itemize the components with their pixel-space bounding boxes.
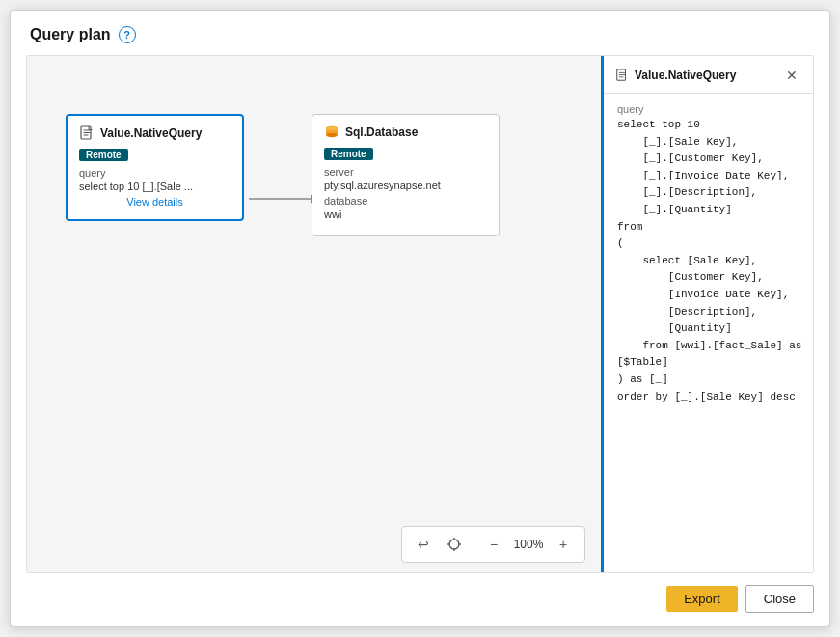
- svg-point-6: [326, 126, 338, 130]
- detail-doc-icon: [615, 69, 629, 82]
- dialog-body: Value.NativeQuery Remote query select to…: [26, 55, 814, 573]
- detail-panel-close-btn[interactable]: ✕: [782, 66, 801, 85]
- sql-database-server-label: server: [324, 166, 487, 178]
- query-plan-dialog: Query plan ? Value.NativeQuery Remote: [10, 10, 830, 627]
- svg-point-5: [326, 133, 338, 137]
- dialog-footer: Export Close: [11, 573, 829, 626]
- zoom-out-btn[interactable]: −: [480, 531, 507, 558]
- zoom-value: 100%: [511, 538, 546, 551]
- sql-database-db-value: wwi: [324, 208, 487, 220]
- document-icon: [79, 125, 95, 141]
- sql-database-db-label: database: [324, 195, 487, 207]
- fit-icon: [447, 537, 462, 552]
- undo-btn[interactable]: ↩: [410, 531, 437, 558]
- detail-panel-header: Value.NativeQuery ✕: [604, 56, 813, 94]
- native-query-prop-value: select top 10 [_].[Sale ...: [79, 180, 230, 192]
- help-icon[interactable]: ?: [119, 26, 136, 43]
- export-button[interactable]: Export: [666, 586, 738, 612]
- dialog-header: Query plan ?: [11, 11, 829, 55]
- database-icon: [324, 125, 339, 140]
- detail-panel-content: query select top 10 [_].[Sale Key], [_].…: [604, 94, 813, 572]
- sql-database-node-header: Sql.Database: [324, 125, 487, 140]
- sql-database-title: Sql.Database: [345, 125, 418, 139]
- svg-point-7: [449, 540, 459, 549]
- query-label: query: [617, 103, 799, 115]
- fit-btn[interactable]: [441, 531, 468, 558]
- toolbar-divider: [474, 535, 474, 554]
- canvas-toolbar: ↩ − 100% +: [401, 526, 585, 563]
- sql-database-node[interactable]: Sql.Database Remote server pty.sql.azure…: [312, 114, 500, 236]
- sql-database-server-value: pty.sql.azuresynapse.net: [324, 180, 487, 191]
- native-query-badge: Remote: [79, 149, 128, 161]
- sql-database-badge: Remote: [324, 148, 373, 160]
- native-query-title: Value.NativeQuery: [100, 126, 202, 140]
- native-query-node[interactable]: Value.NativeQuery Remote query select to…: [66, 114, 244, 221]
- native-query-prop-label: query: [79, 167, 230, 179]
- canvas-area: Value.NativeQuery Remote query select to…: [27, 56, 601, 572]
- view-details-link[interactable]: View details: [79, 196, 230, 208]
- zoom-in-btn[interactable]: +: [550, 531, 577, 558]
- dialog-title: Query plan: [30, 26, 111, 43]
- query-code: select top 10 [_].[Sale Key], [_].[Custo…: [617, 117, 799, 405]
- close-button[interactable]: Close: [745, 585, 814, 613]
- detail-panel-title: Value.NativeQuery: [615, 69, 736, 82]
- native-query-node-header: Value.NativeQuery: [79, 125, 230, 141]
- detail-panel: Value.NativeQuery ✕ query select top 10 …: [601, 56, 813, 572]
